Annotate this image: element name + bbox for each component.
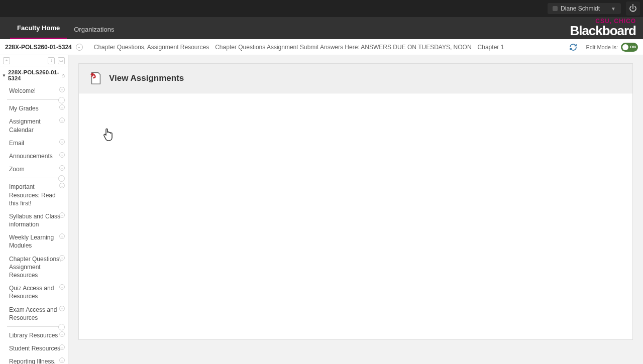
item-menu-icon[interactable]: ⌄ [59, 183, 65, 188]
item-menu-icon[interactable]: ⌄ [59, 152, 65, 158]
breadcrumb-item[interactable]: Chapter Questions, Assignment Resources [94, 44, 209, 51]
sidebar-item-label: Reporting Illness, resources [9, 358, 56, 364]
user-name: Diane Schmidt [561, 5, 600, 12]
item-menu-icon[interactable]: ⌄ [59, 284, 65, 290]
chevron-down-icon: ▼ [611, 6, 616, 12]
item-menu-icon[interactable]: ⌄ [59, 104, 65, 110]
main-layout: + ↕ ▭ ▼ 228X-POLS260-01-5324 ⌂ Welcome! … [0, 55, 643, 364]
sidebar-item-quiz-access[interactable]: Quiz Access and Resources⌄ [0, 282, 68, 303]
sidebar-item-label: Welcome! [9, 87, 36, 94]
add-menu-item-icon[interactable]: + [3, 57, 10, 64]
sidebar-item-email[interactable]: Email⌄ [0, 137, 68, 150]
sidebar-item-welcome[interactable]: Welcome! ⌄ [0, 84, 68, 97]
sidebar-item-zoom[interactable]: Zoom⌄ [0, 163, 68, 176]
sidebar-item-library-resources[interactable]: Library Resources⌄ [0, 329, 68, 342]
sidebar-toolbar: + ↕ ▭ [0, 55, 68, 66]
editmode-toggle-value: ON [630, 45, 636, 49]
sidebar-item-label: Syllabus and Class information [9, 213, 60, 228]
item-menu-icon[interactable]: ⌄ [59, 117, 65, 123]
item-menu-icon[interactable]: ⌄ [59, 344, 65, 350]
pointer-cursor-icon [103, 127, 116, 145]
sidebar-item-label: Announcements [9, 153, 53, 160]
panel-header: View Assignments [79, 64, 632, 93]
tab-label: Organizations [74, 26, 114, 33]
sidebar-item-label: Important Resources: Read this first! [9, 183, 56, 206]
tab-label: Faculty Home [17, 24, 60, 32]
home-icon[interactable]: ⌂ [61, 72, 65, 78]
sidebar-item-label: My Grades [9, 105, 39, 112]
panel-title: View Assignments [109, 73, 184, 83]
sidebar-item-assignment-calendar[interactable]: Assignment Calendar⌄ [0, 115, 68, 136]
logout-button[interactable]: ⏻ [626, 2, 640, 16]
collapse-icon: ▼ [2, 73, 6, 78]
breadcrumb-item[interactable]: Chapter 1 [478, 44, 504, 51]
sidebar-item-weekly-modules[interactable]: Weekly Learning Modules⌄ [0, 231, 68, 252]
power-icon: ⏻ [629, 4, 637, 13]
item-menu-icon[interactable]: ⌄ [59, 331, 65, 337]
item-menu-icon[interactable]: ⌄ [59, 87, 65, 92]
item-menu-icon[interactable]: ⌄ [59, 165, 65, 171]
sidebar-divider [7, 326, 64, 327]
content-area: View Assignments [68, 55, 643, 364]
topbar: Diane Schmidt ▼ ⏻ [0, 0, 643, 17]
sidebar-divider [7, 178, 64, 178]
tab-organizations[interactable]: Organizations [67, 21, 121, 39]
sidebar-item-label: Exam Access and Resources [9, 306, 57, 321]
sidebar-item-label: Zoom [9, 166, 25, 173]
editmode-label: Edit Mode is: [586, 44, 618, 50]
sidebar-item-label: Student Resources [9, 345, 60, 352]
sidebar-course-label: 228X-POLS260-01-5324 [8, 69, 65, 81]
assignments-panel: View Assignments [78, 63, 633, 340]
sidebar-item-label: Email [9, 140, 24, 147]
new-window-icon[interactable]: ▭ [58, 57, 65, 64]
sidebar: + ↕ ▭ ▼ 228X-POLS260-01-5324 ⌂ Welcome! … [0, 55, 68, 364]
sidebar-item-student-resources[interactable]: Student Resources⌄ [0, 342, 68, 355]
panel-body [79, 93, 632, 339]
sidebar-item-label: Assignment Calendar [9, 118, 41, 133]
item-menu-icon[interactable]: ⌄ [59, 306, 65, 311]
sidebar-item-chapter-questions[interactable]: Chapter Questions, Assignment Resources⌄ [0, 253, 68, 282]
brand-logo: CSU, CHICO Blackboard [570, 18, 636, 37]
sidebar-divider [7, 99, 64, 100]
sidebar-item-label: Quiz Access and Resources [9, 285, 54, 300]
avatar-icon [553, 6, 558, 11]
editmode-toggle[interactable]: ON [621, 43, 638, 52]
assignment-icon [88, 71, 103, 86]
sidebar-item-important-resources[interactable]: Important Resources: Read this first!⌄ [0, 180, 68, 210]
breadcrumb-course[interactable]: 228X-POLS260-01-5324 [5, 44, 72, 51]
user-menu[interactable]: Diane Schmidt ▼ [548, 3, 621, 14]
sidebar-item-my-grades[interactable]: My Grades⌄ [0, 102, 68, 115]
sidebar-item-reporting-illness[interactable]: Reporting Illness, resources⌄ [0, 355, 68, 364]
reorder-icon[interactable]: ↕ [48, 57, 55, 64]
sidebar-item-syllabus[interactable]: Syllabus and Class information⌄ [0, 210, 68, 231]
sidebar-item-exam-access[interactable]: Exam Access and Resources⌄ [0, 303, 68, 324]
item-menu-icon[interactable]: ⌄ [59, 357, 65, 363]
tab-faculty-home[interactable]: Faculty Home [10, 19, 67, 39]
item-menu-icon[interactable]: ⌄ [59, 233, 65, 239]
breadcrumb-bar: 228X-POLS260-01-5324 ⌄ Chapter Questions… [0, 39, 643, 55]
sidebar-course-header[interactable]: ▼ 228X-POLS260-01-5324 ⌂ [0, 66, 68, 84]
sidebar-item-label: Chapter Questions, Assignment Resources [9, 256, 61, 279]
refresh-icon[interactable] [569, 43, 578, 52]
item-menu-icon[interactable]: ⌄ [59, 212, 65, 218]
sidebar-item-label: Weekly Learning Modules [9, 234, 54, 249]
sidebar-item-label: Library Resources [9, 332, 58, 339]
item-menu-icon[interactable]: ⌄ [59, 255, 65, 261]
sidebar-item-announcements[interactable]: Announcements⌄ [0, 150, 68, 163]
breadcrumb-item[interactable]: Chapter Questions Assignment Submit Answ… [215, 44, 471, 51]
breadcrumb-toggle-icon[interactable]: ⌄ [76, 44, 83, 51]
item-menu-icon[interactable]: ⌄ [59, 139, 65, 145]
brand-main: Blackboard [570, 24, 636, 37]
tabbar: Faculty Home Organizations CSU, CHICO Bl… [0, 17, 643, 39]
